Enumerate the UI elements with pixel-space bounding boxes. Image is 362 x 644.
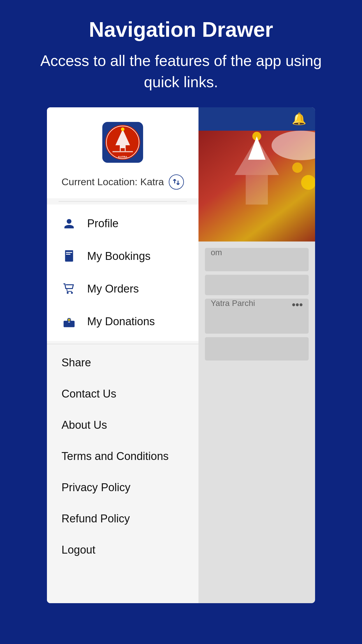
svg-point-23 — [252, 132, 261, 140]
app-header-bar: 🔔 — [198, 107, 315, 131]
menu-item-privacy[interactable]: Privacy Policy — [47, 472, 198, 503]
content-block-4 — [205, 337, 309, 360]
swap-location-button[interactable] — [169, 174, 184, 190]
person-icon — [61, 216, 77, 231]
menu-item-contact-us[interactable]: Contact Us — [47, 378, 198, 410]
my-bookings-label: My Bookings — [87, 250, 151, 262]
location-row: Current Location: Katra — [59, 174, 187, 190]
menu-item-logout[interactable]: Logout — [47, 534, 198, 566]
privacy-label: Privacy Policy — [61, 481, 131, 494]
drawer-header: KATRA Current Location: Katra — [47, 107, 198, 198]
header-divider — [59, 201, 187, 202]
section-divider — [47, 344, 198, 344]
app-logo: KATRA — [102, 122, 143, 163]
svg-rect-18 — [68, 322, 70, 322]
content-text-om: om — [205, 244, 228, 261]
icon-menu-section: Profile My Bookings — [47, 204, 198, 341]
donation-icon: ₹ — [61, 314, 77, 329]
cart-icon — [61, 281, 77, 297]
svg-point-14 — [71, 292, 73, 293]
my-donations-label: My Donations — [87, 315, 155, 328]
notification-bell-icon[interactable]: 🔔 — [292, 112, 306, 126]
refund-label: Refund Policy — [61, 512, 130, 525]
share-label: Share — [61, 356, 91, 369]
menu-item-share[interactable]: Share — [47, 347, 198, 378]
temple-banner-image — [198, 131, 315, 242]
screen-container: KATRA Current Location: Katra — [47, 107, 315, 603]
svg-text:₹: ₹ — [68, 319, 70, 321]
page-subtitle: Access to all the features of the app us… — [23, 50, 339, 93]
page-header: Navigation Drawer Access to all the feat… — [0, 0, 362, 104]
content-block-2 — [205, 275, 309, 295]
svg-rect-24 — [246, 175, 268, 204]
logout-label: Logout — [61, 544, 95, 556]
terms-label: Terms and Conditions — [61, 450, 169, 462]
plain-menu-section: Share Contact Us About Us Terms and Cond… — [47, 347, 198, 603]
menu-item-my-donations[interactable]: ₹ My Donations — [47, 305, 198, 338]
svg-point-13 — [67, 292, 68, 293]
nav-drawer: KATRA Current Location: Katra — [47, 107, 198, 603]
menu-item-about-us[interactable]: About Us — [47, 410, 198, 441]
menu-item-refund[interactable]: Refund Policy — [47, 503, 198, 534]
svg-point-6 — [121, 127, 124, 131]
svg-rect-7 — [113, 151, 133, 152]
content-block-3: Yatra Parchi ••• — [205, 299, 309, 334]
svg-rect-11 — [66, 252, 72, 253]
about-us-label: About Us — [61, 419, 107, 431]
menu-item-my-bookings[interactable]: My Bookings — [47, 240, 198, 273]
page-title: Navigation Drawer — [23, 18, 339, 41]
bookmark-icon — [61, 249, 77, 264]
profile-label: Profile — [87, 217, 119, 230]
menu-item-terms[interactable]: Terms and Conditions — [47, 441, 198, 472]
more-options-icon[interactable]: ••• — [292, 299, 303, 311]
menu-item-profile[interactable]: Profile — [47, 207, 198, 240]
my-orders-label: My Orders — [87, 283, 139, 295]
content-block-1: om — [205, 248, 309, 271]
svg-rect-5 — [121, 148, 125, 151]
menu-item-my-orders[interactable]: My Orders — [47, 273, 198, 305]
svg-point-27 — [292, 162, 303, 173]
svg-text:KATRA: KATRA — [118, 155, 127, 158]
current-location-label: Current Location: Katra — [61, 176, 164, 188]
svg-rect-12 — [66, 254, 71, 255]
app-background: 🔔 — [198, 107, 315, 603]
contact-us-label: Contact Us — [61, 388, 116, 400]
yatra-parchi-text: Yatra Parchi — [205, 294, 261, 312]
